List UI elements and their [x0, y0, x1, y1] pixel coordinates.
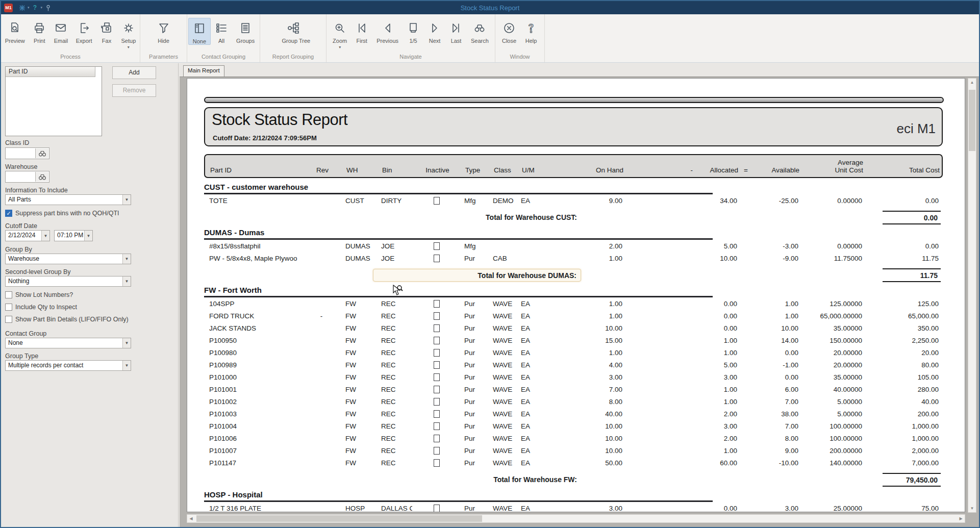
inactive-checkbox[interactable]	[434, 300, 440, 308]
cell-allocated: 10.00	[694, 255, 737, 262]
group-by-select[interactable]: Warehouse▼	[5, 254, 131, 264]
ribbon-group-contact-grouping: None All Groups Contact Grouping	[187, 14, 260, 62]
class-id-input[interactable]	[5, 147, 49, 159]
inactive-checkbox[interactable]	[434, 242, 440, 250]
inactive-checkbox[interactable]	[434, 324, 440, 332]
cell-bin: REC	[371, 435, 412, 442]
warehouse-lookup-button[interactable]	[35, 172, 48, 182]
inactive-checkbox[interactable]	[434, 361, 440, 369]
scroll-left-icon[interactable]: ◀	[187, 515, 195, 522]
cell-wh: DUMAS	[337, 242, 371, 250]
last-button[interactable]: Last	[445, 18, 467, 44]
report-cutoff-subtitle: Cutoff Date: 2/12/2024 7:09:56PM	[213, 134, 317, 142]
inactive-checkbox[interactable]	[434, 373, 440, 381]
inactive-checkbox[interactable]	[434, 312, 440, 320]
export-button[interactable]: Export	[72, 18, 96, 44]
all-button[interactable]: All	[211, 18, 232, 44]
suppress-bins-checkbox[interactable]: ✓ Suppress part bins with no QOH/QTI	[5, 210, 119, 217]
cell-inactive	[412, 348, 461, 357]
scroll-right-icon[interactable]: ▶	[957, 515, 965, 522]
ribbon-group-window: Close ? Help Window	[495, 14, 545, 62]
groups-button[interactable]: Groups	[232, 18, 259, 44]
checkbox-icon[interactable]	[5, 304, 12, 311]
vscroll-thumb[interactable]	[969, 90, 975, 151]
second-group-by-select[interactable]: Nothing▼	[5, 276, 131, 287]
contact-group-label: Contact Group	[5, 330, 46, 337]
add-button[interactable]: Add	[112, 66, 156, 79]
group-label-process: Process	[1, 54, 140, 62]
class-id-lookup-button[interactable]	[35, 148, 48, 158]
cutoff-time-picker[interactable]: 07:10 PM▼	[54, 230, 93, 241]
zoom-button[interactable]: Zoom ▾	[329, 18, 351, 49]
show-part-bin-details-checkbox[interactable]: Show Part Bin Details (LIFO/FIFO Only)	[5, 316, 129, 323]
zoom-dropdown-caret-icon[interactable]: ▾	[339, 45, 341, 49]
hscroll-thumb[interactable]	[196, 515, 482, 522]
remove-button[interactable]: Remove	[112, 84, 156, 97]
email-button[interactable]: Email	[50, 18, 72, 44]
horizontal-scrollbar[interactable]: ◀ ▶	[187, 514, 965, 523]
cell-wh: FW	[337, 361, 371, 369]
setup-dropdown-caret-icon[interactable]: ▾	[128, 45, 130, 49]
previous-button[interactable]: Previous	[372, 18, 403, 44]
inactive-checkbox[interactable]	[434, 349, 440, 357]
inactive-checkbox[interactable]	[434, 447, 440, 455]
close-button[interactable]: Close	[498, 18, 520, 44]
cell-um: EA	[520, 337, 548, 344]
show-lot-numbers-checkbox[interactable]: Show Lot Numbers?	[5, 291, 73, 298]
cutoff-date-picker[interactable]: 2/12/2024▼	[5, 230, 50, 241]
hide-button[interactable]: Hide	[153, 18, 174, 44]
info-to-include-select[interactable]: All Parts▼	[5, 194, 131, 205]
scroll-up-icon[interactable]: ▲	[968, 79, 976, 86]
warehouse-input[interactable]	[5, 171, 49, 183]
search-button[interactable]: Search	[467, 18, 493, 44]
group-label-window: Window	[495, 54, 544, 62]
group-type-select[interactable]: Multiple records per contact▼	[5, 360, 131, 371]
part-id-list[interactable]: Part ID	[5, 66, 102, 136]
inactive-checkbox[interactable]	[434, 255, 440, 262]
inactive-checkbox[interactable]	[434, 422, 440, 430]
chevron-down-icon[interactable]: ▼	[122, 276, 131, 286]
col-header-unit-cost: Average Unit Cost	[799, 159, 863, 174]
inactive-checkbox[interactable]	[434, 410, 440, 418]
cell-total_cost: 0.00	[862, 197, 943, 205]
print-button[interactable]: Print	[29, 18, 50, 44]
checkbox-checked-icon[interactable]: ✓	[5, 210, 12, 217]
cell-bin: REC	[371, 459, 412, 467]
inactive-checkbox[interactable]	[434, 459, 440, 467]
chevron-down-icon[interactable]: ▼	[122, 195, 131, 205]
inactive-checkbox[interactable]	[434, 505, 440, 512]
cell-allocated: 5.00	[694, 361, 737, 369]
help-button[interactable]: ? Help	[520, 18, 542, 44]
tab-main-report[interactable]: Main Report	[183, 65, 224, 77]
checkbox-icon[interactable]	[5, 316, 12, 323]
checkbox-icon[interactable]	[5, 291, 12, 298]
next-button[interactable]: Next	[424, 18, 445, 44]
cell-inactive	[412, 446, 461, 455]
inactive-checkbox[interactable]	[434, 337, 440, 344]
contact-group-select[interactable]: None▼	[5, 338, 131, 348]
chevron-down-icon[interactable]: ▼	[122, 338, 131, 348]
include-qty-checkbox[interactable]: Include Qty to Inspect	[5, 304, 77, 311]
page-indicator[interactable]: 1/5	[403, 18, 424, 44]
inactive-checkbox[interactable]	[434, 386, 440, 393]
cell-inactive	[412, 397, 461, 406]
last-page-icon	[449, 19, 463, 37]
part-id-list-header[interactable]: Part ID	[6, 67, 95, 77]
preview-button[interactable]: Preview	[1, 18, 29, 44]
inactive-checkbox[interactable]	[434, 435, 440, 442]
cell-class: WAVE	[491, 386, 520, 393]
inactive-checkbox[interactable]	[434, 197, 440, 205]
scroll-down-icon[interactable]: ▼	[968, 505, 976, 512]
first-button[interactable]: First	[351, 18, 372, 44]
inactive-checkbox[interactable]	[434, 398, 440, 406]
setup-button[interactable]: Setup ▾	[117, 18, 140, 49]
vertical-scrollbar[interactable]: ▲ ▼	[968, 78, 976, 513]
chevron-down-icon[interactable]: ▼	[122, 361, 131, 370]
none-button[interactable]: None	[188, 18, 211, 45]
cell-inactive	[412, 242, 461, 250]
chevron-down-icon[interactable]: ▼	[122, 254, 131, 264]
chevron-down-icon[interactable]: ▼	[41, 231, 49, 241]
group-tree-button[interactable]: Group Tree	[278, 18, 309, 44]
fax-button[interactable]: Fax	[96, 18, 117, 44]
chevron-down-icon[interactable]: ▼	[84, 231, 92, 241]
